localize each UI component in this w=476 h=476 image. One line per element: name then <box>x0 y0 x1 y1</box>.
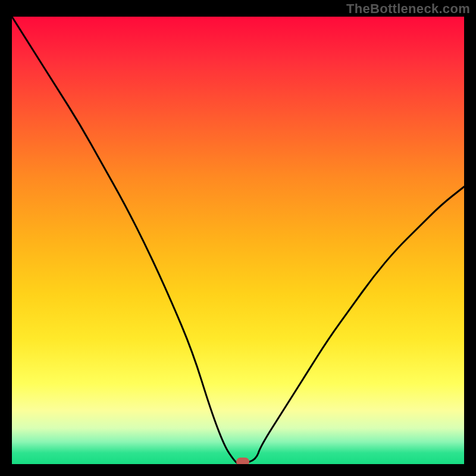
curve-path <box>12 17 464 464</box>
plot-area <box>12 17 464 464</box>
optimal-point-marker <box>236 458 249 464</box>
attribution-text: TheBottleneck.com <box>346 1 470 17</box>
chart-frame: TheBottleneck.com <box>0 0 476 476</box>
bottleneck-curve <box>12 17 464 464</box>
